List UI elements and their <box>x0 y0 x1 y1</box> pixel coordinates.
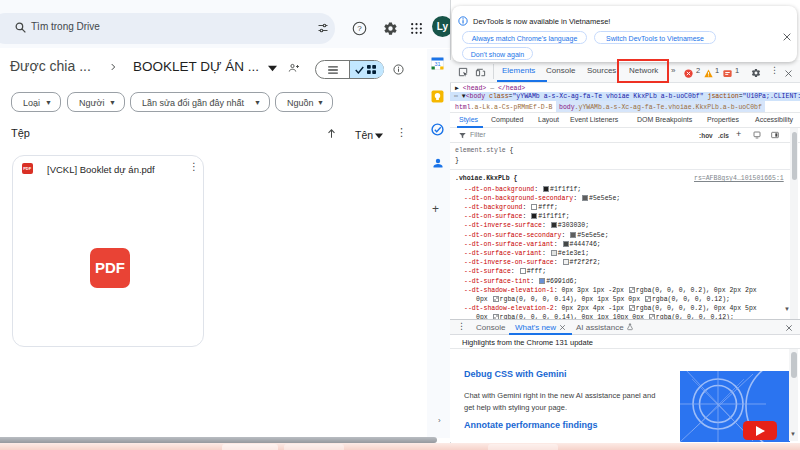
svg-text:31: 31 <box>434 61 440 67</box>
svg-text:?: ? <box>357 24 362 33</box>
